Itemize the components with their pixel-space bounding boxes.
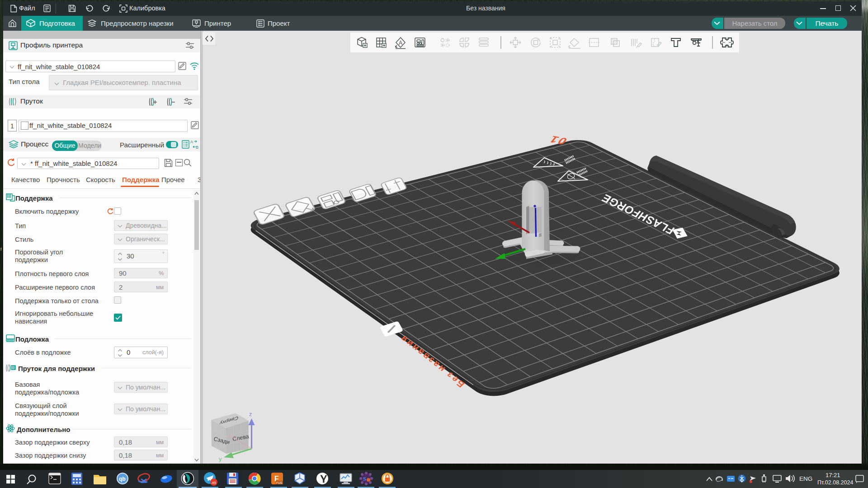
svg-text:FUS: FUS	[276, 481, 283, 484]
svg-text:17:21: 17:21	[826, 472, 840, 479]
svg-text:Пт.02.08.2024: Пт.02.08.2024	[817, 479, 853, 486]
svg-text:S: S	[363, 475, 366, 482]
svg-text:z: z	[249, 411, 252, 418]
svg-text:ENG: ENG	[799, 475, 812, 482]
svg-text:qb: qb	[119, 476, 126, 482]
svg-text:y: y	[219, 455, 222, 462]
svg-text:.45: .45	[211, 481, 217, 485]
